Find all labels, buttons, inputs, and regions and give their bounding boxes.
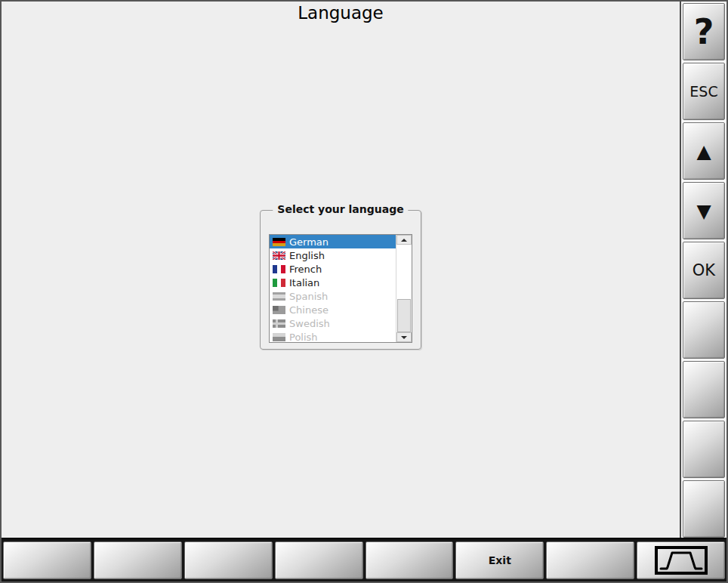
language-option-french[interactable]: French — [270, 262, 396, 276]
softkey-blank-2[interactable] — [94, 541, 182, 579]
sidebar-blank-button-4[interactable] — [683, 480, 725, 538]
language-option-swedish: Swedish — [270, 316, 396, 330]
flag-icon-italian — [273, 279, 285, 287]
scrollbar-thumb[interactable] — [397, 299, 411, 332]
flag-icon-swedish — [273, 319, 285, 328]
flag-icon-spanish — [273, 292, 285, 301]
ok-button[interactable]: OK — [683, 242, 725, 299]
list-scrollbar[interactable] — [396, 235, 412, 342]
triangle-up-icon — [401, 239, 407, 242]
language-option-polish: Polish — [270, 330, 396, 343]
flag-icon-english — [273, 251, 285, 260]
language-label: Spanish — [289, 291, 328, 302]
page-title: Language — [2, 3, 680, 23]
pulse-screen-button[interactable] — [637, 541, 725, 579]
language-label: German — [289, 236, 329, 248]
flag-icon-french — [273, 265, 285, 273]
triangle-down-icon — [401, 336, 407, 339]
language-option-italian[interactable]: Italian — [270, 276, 396, 289]
sidebar-blank-button-3[interactable] — [683, 421, 725, 478]
escape-button[interactable]: ESC — [683, 63, 725, 120]
language-label: French — [289, 264, 322, 275]
language-listbox[interactable]: German English French Italian Spanish — [269, 234, 412, 343]
language-list: German English French Italian Spanish — [270, 235, 396, 342]
language-label: Swedish — [289, 318, 330, 329]
language-panel: Select your language German English Fren… — [260, 210, 421, 350]
bottom-softkey-bar: Exit — [2, 538, 726, 581]
pulse-icon — [655, 546, 708, 575]
softkey-blank-6[interactable] — [546, 541, 634, 579]
language-option-german[interactable]: German — [270, 235, 396, 248]
sidebar-blank-button-2[interactable] — [683, 361, 725, 418]
exit-button[interactable]: Exit — [455, 541, 544, 579]
help-button[interactable]: ? — [683, 3, 725, 60]
language-option-spanish: Spanish — [270, 289, 396, 303]
language-option-english[interactable]: English — [270, 248, 396, 262]
arrow-down-button[interactable]: ▼ — [683, 182, 725, 239]
hmi-screen: Language Select your language German Eng… — [0, 0, 728, 583]
language-label: Polish — [289, 332, 318, 343]
softkey-blank-4[interactable] — [275, 541, 363, 579]
softkey-blank-5[interactable] — [366, 541, 454, 579]
arrow-up-button[interactable]: ▲ — [683, 122, 725, 180]
panel-legend: Select your language — [273, 203, 408, 215]
language-label: Chinese — [289, 304, 329, 316]
sidebar-blank-button-1[interactable] — [683, 301, 725, 359]
language-label: English — [289, 250, 325, 261]
language-label: Italian — [289, 277, 319, 288]
softkey-blank-3[interactable] — [184, 541, 273, 579]
sidebar-function-keys: ? ESC ▲ ▼ OK — [680, 2, 726, 538]
flag-icon-polish — [273, 333, 285, 341]
flag-icon-chinese — [273, 306, 285, 314]
scroll-up-button[interactable] — [396, 235, 412, 245]
language-option-chinese: Chinese — [270, 303, 396, 316]
softkey-blank-1[interactable] — [3, 541, 91, 579]
scroll-down-button[interactable] — [396, 332, 412, 342]
flag-icon-german — [273, 238, 285, 246]
